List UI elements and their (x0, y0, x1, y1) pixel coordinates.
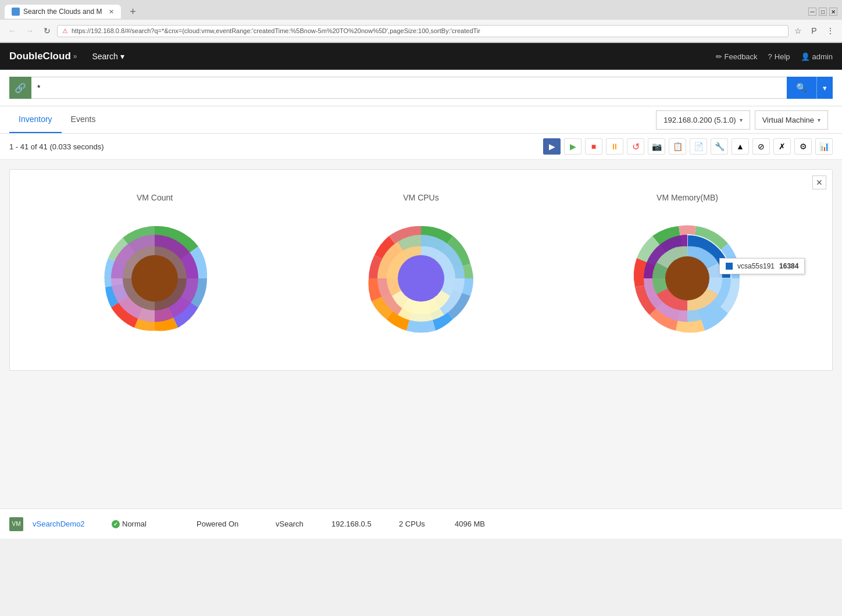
chart-panel: ✕ VM Count (9, 169, 833, 371)
feedback-icon: ✏ (716, 52, 722, 61)
close-window-button[interactable]: ✕ (829, 8, 837, 16)
up-button[interactable]: ▲ (732, 138, 749, 155)
main-content: ✕ VM Count (0, 160, 842, 508)
pause-button[interactable]: ⏸ (606, 138, 623, 155)
browser-menu-icon[interactable]: ⋮ (823, 24, 837, 38)
feedback-link[interactable]: ✏ Feedback (716, 52, 758, 61)
type-filter-arrow: ▾ (818, 117, 820, 123)
vm-power-state: Powered On (197, 520, 266, 528)
vm-name[interactable]: vSearchDemo2 (33, 520, 102, 528)
extension-icon[interactable]: P (807, 24, 821, 38)
vm-memory-svg (620, 212, 754, 345)
admin-label: admin (812, 52, 833, 61)
toolbar: 1 - 41 of 41 (0.033 seconds) ▶ ▶ ■ ⏸ ↺ 📷… (0, 134, 842, 160)
search-magnifier-icon: 🔍 (796, 83, 807, 93)
cloud-filter-arrow: ▾ (740, 117, 743, 123)
tab-inventory[interactable]: Inventory (9, 106, 62, 133)
search-menu[interactable]: Search ▾ (86, 47, 130, 66)
cancel-circle-icon: ⊘ (758, 142, 765, 151)
snapshot-button[interactable]: 📷 (648, 138, 665, 155)
tooltip-value: 16384 (779, 262, 798, 270)
refresh-button[interactable]: ↻ (40, 23, 55, 38)
maximize-button[interactable]: □ (819, 8, 827, 16)
search-input[interactable] (31, 77, 787, 99)
search-menu-label: Search (92, 52, 117, 61)
feedback-label: Feedback (725, 52, 758, 61)
logo-text: DoubleCloud (9, 51, 71, 62)
close-panel-button[interactable]: ✕ (812, 176, 826, 189)
browser-titlebar: Search the Clouds and M ✕ + ─ □ ✕ (0, 0, 842, 20)
minimize-button[interactable]: ─ (808, 8, 816, 16)
search-submit-button[interactable]: 🔍 (787, 77, 816, 99)
inventory-tab-label: Inventory (19, 114, 52, 124)
help-link[interactable]: ? Help (768, 52, 790, 61)
svg-point-2 (665, 256, 709, 300)
tooltip-color-swatch (726, 263, 733, 270)
admin-menu[interactable]: 👤 admin (801, 52, 833, 61)
type-filter-label: Virtual Machine (762, 116, 814, 124)
vm-cpu-count: 2 CPUs (399, 520, 445, 528)
close-tab-button[interactable]: ✕ (109, 8, 114, 16)
play-icon: ▶ (570, 142, 576, 151)
favicon-icon (12, 8, 20, 16)
app-header: DoubleCloud » Search ▾ ✏ Feedback ? Help… (0, 43, 842, 70)
link-icon: 🔗 (15, 83, 26, 94)
chart-tooltip: vcsa55s191 16384 (719, 258, 805, 274)
type-filter-dropdown[interactable]: Virtual Machine ▾ (755, 110, 828, 130)
cancel-button[interactable]: ⊘ (752, 138, 770, 155)
toolbar-actions: ▶ ▶ ■ ⏸ ↺ 📷 📋 📄 🔧 (543, 138, 833, 155)
vm-cpus-chart: VM CPUs (354, 193, 488, 345)
gear-button[interactable]: ⚙ (794, 138, 812, 155)
delete-button[interactable]: ✗ (773, 138, 791, 155)
vm-count-svg (88, 212, 222, 345)
status-indicator: ✓ (112, 520, 120, 528)
refresh-icon: ↺ (632, 141, 640, 152)
pause-icon: ⏸ (611, 142, 619, 151)
events-tab-label: Events (71, 114, 96, 124)
search-menu-arrow: ▾ (120, 52, 124, 61)
back-button[interactable]: ← (5, 23, 20, 38)
stop-button[interactable]: ■ (585, 138, 602, 155)
header-right: ✏ Feedback ? Help 👤 admin (716, 52, 833, 61)
tooltip-label: vcsa55s191 (737, 262, 775, 270)
app-logo[interactable]: DoubleCloud » (9, 51, 77, 62)
tab-title: Search the Clouds and M (23, 8, 102, 16)
help-icon: ? (768, 52, 772, 61)
bookmark-star-icon[interactable]: ☆ (791, 24, 805, 38)
search-area: 🔗 🔍 ▾ (0, 70, 842, 106)
clone-icon: 📋 (673, 142, 683, 151)
search-button-group: 🔍 ▾ (787, 77, 833, 99)
template-button[interactable]: 📄 (690, 138, 707, 155)
bottom-bar: VM vSearchDemo2 ✓ Normal Powered On vSea… (0, 508, 842, 539)
vm-count-title: VM Count (137, 193, 173, 202)
vm-icon-glyph: VM (12, 521, 21, 527)
tab-events[interactable]: Events (62, 106, 105, 133)
vm-count-chart: VM Count (88, 193, 222, 345)
result-count: 1 - 41 of 41 (0.033 seconds) (9, 142, 543, 151)
vm-status-group: ✓ Normal (112, 520, 187, 528)
new-tab-button[interactable]: + (124, 3, 141, 20)
vm-type-icon: VM (9, 517, 23, 531)
url-text: https://192.168.0.8/#/search?q=*&cnx=(cl… (72, 27, 783, 34)
cloud-filter-dropdown[interactable]: 192.168.0.200 (5.1.0) ▾ (656, 110, 750, 130)
settings-button[interactable]: 🔧 (711, 138, 728, 155)
chart-icon: 📊 (819, 142, 829, 151)
help-label: Help (775, 52, 790, 61)
clone-button[interactable]: 📋 (669, 138, 686, 155)
terminal-button[interactable]: ▶ (543, 138, 561, 155)
browser-chrome: Search the Clouds and M ✕ + ─ □ ✕ ← → ↻ … (0, 0, 842, 43)
chart-button[interactable]: 📊 (815, 138, 833, 155)
browser-tab[interactable]: Search the Clouds and M ✕ (5, 5, 121, 19)
vm-memory-title: VM Memory(MB) (657, 193, 718, 202)
search-options-button[interactable]: ▾ (816, 77, 833, 99)
vm-memory-size: 4096 MB (455, 520, 485, 528)
refresh-vm-button[interactable]: ↺ (627, 138, 644, 155)
cloud-filter-label: 192.168.0.200 (5.1.0) (663, 116, 736, 124)
svg-point-1 (398, 255, 444, 302)
logo-chevron-icon: » (73, 52, 77, 60)
charts-row: VM Count (22, 181, 820, 359)
forward-button[interactable]: → (22, 23, 37, 38)
address-bar[interactable]: ⚠ https://192.168.0.8/#/search?q=*&cnx=(… (57, 25, 789, 37)
camera-icon: 📷 (652, 142, 662, 151)
play-button[interactable]: ▶ (564, 138, 581, 155)
